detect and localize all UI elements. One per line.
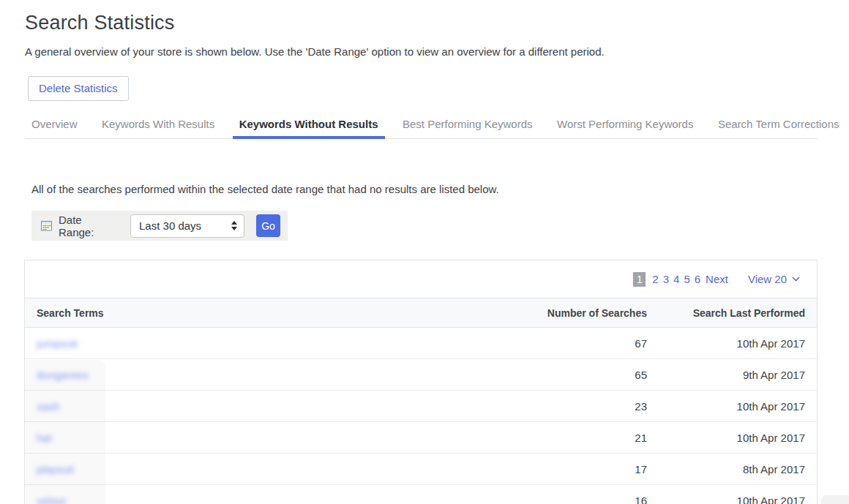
number-of-searches-value: 65 — [508, 369, 647, 381]
number-of-searches-value: 23 — [508, 400, 647, 413]
page-title: Search Statistics — [25, 12, 849, 34]
table-row: jumpsuit 67 10th Apr 2017 — [25, 328, 817, 359]
date-range-label: Date Range: — [59, 214, 116, 238]
chevron-down-icon — [792, 277, 800, 282]
number-of-searches-value: 17 — [508, 463, 647, 475]
date-range-select[interactable]: Last 30 days — [130, 214, 244, 238]
pagination-page-5[interactable]: 5 — [684, 273, 689, 285]
view-per-page-dropdown[interactable]: View 20 — [748, 273, 800, 285]
tab-keywords-with-results[interactable]: Keywords With Results — [95, 118, 221, 139]
search-last-performed-value: 9th Apr 2017 — [647, 369, 817, 381]
search-term-link[interactable]: hat — [37, 432, 52, 444]
search-last-performed-value: 10th Apr 2017 — [647, 494, 817, 504]
tab-search-term-corrections[interactable]: Search Term Corrections — [711, 118, 846, 139]
delete-statistics-button[interactable]: Delete Statistics — [28, 76, 129, 101]
section-description: All of the searches performed within the… — [31, 183, 849, 195]
table-row: hat 21 10th Apr 2017 — [25, 422, 817, 454]
table-row: velour 16 10th Apr 2017 — [25, 485, 817, 504]
search-term-link[interactable]: dungarees — [37, 369, 89, 381]
pagination-page-2[interactable]: 2 — [652, 273, 658, 285]
search-term-link[interactable]: sash — [37, 400, 60, 413]
number-of-searches-value: 67 — [508, 337, 647, 350]
tab-keywords-without-results[interactable]: Keywords Without Results — [233, 118, 385, 139]
tab-worst-performing-keywords[interactable]: Worst Performing Keywords — [550, 118, 700, 139]
search-last-performed-value: 10th Apr 2017 — [647, 337, 817, 350]
table-row: playsuit 17 8th Apr 2017 — [25, 454, 817, 485]
watermark-box — [821, 495, 849, 504]
table-row: dungarees 65 9th Apr 2017 — [25, 359, 817, 391]
table-row: sash 23 10th Apr 2017 — [25, 391, 817, 422]
pagination-next[interactable]: Next — [706, 273, 728, 285]
search-term-link[interactable]: velour — [37, 494, 67, 504]
tab-bar: Overview Keywords With Results Keywords … — [25, 117, 818, 139]
pagination-page-6[interactable]: 6 — [695, 273, 700, 285]
page-subtitle: A general overview of your store is show… — [25, 45, 849, 58]
date-range-bar: Date Range: Last 30 days Go — [31, 211, 288, 241]
search-last-performed-value: 10th Apr 2017 — [647, 432, 817, 444]
search-last-performed-value: 10th Apr 2017 — [647, 400, 817, 413]
calendar-icon — [41, 220, 52, 231]
pagination: 1 2 3 4 5 6 Next View 20 — [25, 260, 817, 298]
go-button[interactable]: Go — [256, 214, 280, 237]
search-term-link[interactable]: jumpsuit — [37, 337, 78, 350]
column-header-search-terms: Search Terms — [25, 307, 508, 319]
view-per-page-label: View 20 — [748, 273, 787, 285]
pagination-page-3[interactable]: 3 — [663, 273, 669, 285]
search-term-link[interactable]: playsuit — [37, 463, 74, 475]
search-statistics-page: Search Statistics A general overview of … — [0, 12, 849, 504]
table-header-row: Search Terms Number of Searches Search L… — [25, 298, 817, 328]
results-table-card: 1 2 3 4 5 6 Next View 20 Search Terms Nu… — [24, 260, 818, 504]
select-arrows-icon — [231, 221, 237, 230]
pagination-page-4[interactable]: 4 — [673, 273, 679, 285]
pagination-current-page: 1 — [633, 272, 646, 287]
number-of-searches-value: 16 — [508, 494, 647, 504]
column-header-number-of-searches: Number of Searches — [508, 307, 647, 319]
number-of-searches-value: 21 — [508, 432, 647, 444]
tab-best-performing-keywords[interactable]: Best Performing Keywords — [396, 118, 539, 139]
date-range-selected-value: Last 30 days — [139, 219, 201, 232]
column-header-search-last-performed: Search Last Performed — [647, 307, 817, 319]
tab-overview[interactable]: Overview — [25, 118, 84, 139]
search-last-performed-value: 8th Apr 2017 — [647, 463, 817, 475]
